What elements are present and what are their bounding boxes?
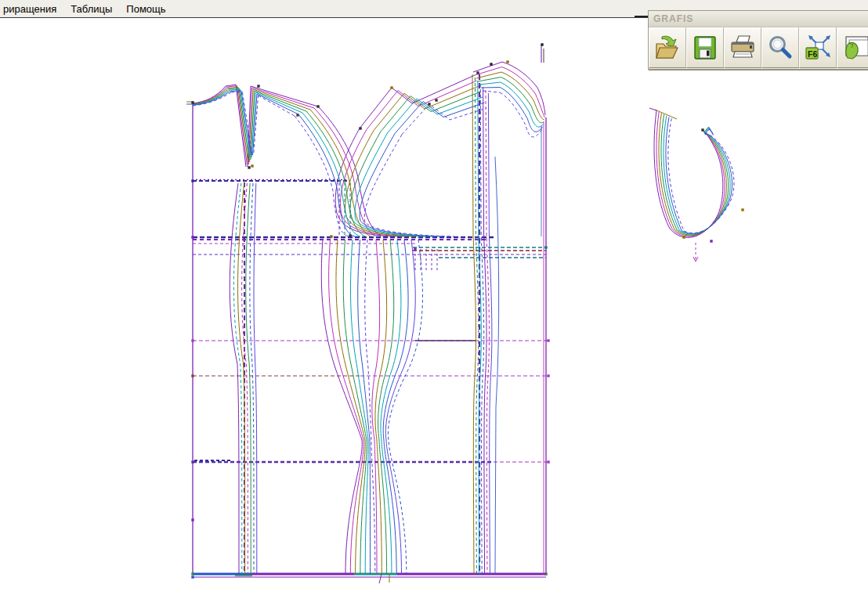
grafis-titlebar[interactable]: GRAFIS <box>649 11 868 27</box>
grafis-title: GRAFIS <box>653 13 693 24</box>
window-page-icon <box>841 34 868 61</box>
zoom-fit-f6-button[interactable]: F6 <box>799 27 837 68</box>
print-button[interactable] <box>724 27 761 68</box>
magnifier-icon <box>767 34 794 61</box>
zoom-button[interactable] <box>761 27 799 68</box>
open-file-button[interactable] <box>649 27 686 68</box>
menu-item-help[interactable]: Помощь <box>119 3 172 15</box>
menu-item-increments[interactable]: риращения <box>0 3 63 15</box>
expand-arrows-icon: F6 <box>804 34 832 62</box>
printer-icon <box>729 34 757 61</box>
folder-open-icon <box>654 34 681 61</box>
save-button[interactable] <box>686 27 724 68</box>
menu-item-tables[interactable]: Таблицы <box>63 3 119 15</box>
grafis-toolbar-window[interactable]: GRAFIS <box>648 10 868 70</box>
floppy-disk-icon <box>692 34 718 61</box>
new-window-button[interactable] <box>837 27 868 68</box>
grafis-button-row: F6 <box>649 27 868 68</box>
svg-text:F6: F6 <box>808 49 817 59</box>
stray-line <box>635 16 649 17</box>
pattern-canvas[interactable] <box>0 0 868 610</box>
